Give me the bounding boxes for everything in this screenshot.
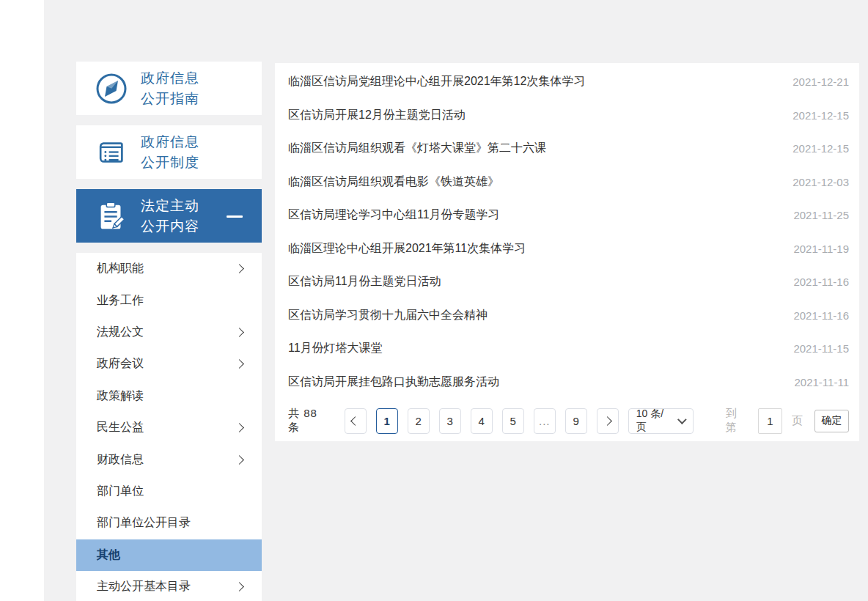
sidebar-card-label: 法定主动 公开内容 bbox=[141, 196, 199, 237]
menu-item-proactive-catalog[interactable]: 主动公开基本目录 bbox=[76, 571, 262, 601]
page-button-1[interactable]: 1 bbox=[376, 408, 398, 434]
collapse-minus-icon bbox=[227, 215, 243, 218]
chevron-right-icon bbox=[235, 359, 244, 369]
page-button-9[interactable]: 9 bbox=[565, 408, 587, 434]
article-row: 区信访局11月份主题党日活动 2021-11-16 bbox=[288, 265, 849, 299]
article-row: 临淄区理论中心组开展2021年第11次集体学习 2021-11-19 bbox=[288, 232, 849, 266]
menu-item-label: 主动公开基本目录 bbox=[97, 579, 191, 594]
goto-page-input[interactable] bbox=[758, 408, 782, 434]
sidebar-menu: 机构职能 业务工作 法规公文 政府会议 政策解读 民生公益 财政 bbox=[76, 253, 262, 601]
sidebar-card-open-guide[interactable]: 政府信息 公开指南 bbox=[76, 62, 262, 115]
chevron-left-icon bbox=[350, 416, 360, 426]
article-date: 2021-12-03 bbox=[792, 176, 849, 188]
page-size-select[interactable]: 10 条/页 bbox=[628, 408, 694, 434]
sidebar-card-label: 政府信息 公开制度 bbox=[141, 132, 199, 173]
article-link[interactable]: 11月份灯塔大课堂 bbox=[288, 341, 383, 356]
article-date: 2021-11-25 bbox=[793, 209, 849, 221]
total-count-label: 共 88 条 bbox=[288, 407, 332, 435]
pagination-bar: 共 88 条 1 2 3 4 5 ... 9 10 条/页 到第 页 确定 bbox=[288, 407, 849, 435]
article-date: 2021-11-15 bbox=[793, 342, 849, 355]
left-white-strip bbox=[0, 0, 44, 601]
article-date: 2021-12-15 bbox=[792, 142, 849, 155]
sidebar-card-open-rules[interactable]: 政府信息 公开制度 bbox=[76, 125, 262, 179]
goto-confirm-button[interactable]: 确定 bbox=[814, 410, 849, 432]
book-list-icon bbox=[94, 135, 129, 170]
chevron-right-icon bbox=[603, 416, 612, 426]
chevron-down-icon bbox=[677, 415, 687, 424]
menu-item-label: 部门单位 bbox=[97, 484, 144, 499]
menu-item-label: 机构职能 bbox=[97, 261, 144, 276]
article-link[interactable]: 临淄区信访局组织观看电影《铁道英雄》 bbox=[288, 174, 499, 190]
next-page-button[interactable] bbox=[597, 408, 619, 434]
article-date: 2021-11-19 bbox=[793, 243, 849, 255]
menu-item-label: 财政信息 bbox=[97, 452, 144, 468]
chevron-right-icon bbox=[235, 582, 244, 591]
page-button-5[interactable]: 5 bbox=[502, 408, 524, 434]
article-link[interactable]: 区信访局理论学习中心组11月份专题学习 bbox=[288, 207, 500, 223]
article-date: 2021-12-15 bbox=[792, 109, 849, 122]
article-list-panel: 临淄区信访局党组理论中心组开展2021年第12次集体学习 2021-12-21 … bbox=[275, 63, 859, 441]
article-row: 区信访局开展挂包路口执勤志愿服务活动 2021-11-11 bbox=[288, 366, 849, 399]
menu-item-department-catalog[interactable]: 部门单位公开目录 bbox=[76, 507, 262, 539]
chevron-right-icon bbox=[235, 423, 244, 432]
chevron-right-icon bbox=[235, 264, 244, 273]
article-row: 区信访局开展12月份主题党日活动 2021-12-15 bbox=[288, 99, 849, 133]
menu-item-policy-interpretation[interactable]: 政策解读 bbox=[76, 380, 262, 412]
article-link[interactable]: 临淄区理论中心组开展2021年第11次集体学习 bbox=[288, 241, 526, 257]
article-date: 2021-11-16 bbox=[793, 276, 849, 288]
menu-item-label: 其他 bbox=[97, 547, 120, 563]
article-link[interactable]: 临淄区信访局组织观看《灯塔大课堂》第二十六课 bbox=[288, 141, 546, 156]
prev-page-button[interactable] bbox=[345, 408, 367, 434]
article-date: 2021-12-21 bbox=[792, 75, 849, 88]
article-link[interactable]: 临淄区信访局党组理论中心组开展2021年第12次集体学习 bbox=[288, 74, 585, 89]
article-link[interactable]: 区信访局11月份主题党日活动 bbox=[288, 274, 441, 290]
article-row: 11月份灯塔大课堂 2021-11-15 bbox=[288, 332, 849, 366]
menu-item-fiscal-info[interactable]: 财政信息 bbox=[76, 443, 262, 475]
article-link[interactable]: 区信访局开展12月份主题党日活动 bbox=[288, 108, 466, 123]
clipboard-pencil-icon bbox=[94, 199, 129, 234]
article-date: 2021-11-16 bbox=[793, 309, 849, 322]
article-row: 区信访局学习贯彻十九届六中全会精神 2021-11-16 bbox=[288, 299, 849, 333]
menu-item-label: 政府会议 bbox=[97, 356, 144, 372]
menu-item-livelihood-welfare[interactable]: 民生公益 bbox=[76, 412, 262, 443]
menu-item-label: 法规公文 bbox=[97, 325, 144, 340]
article-link[interactable]: 区信访局学习贯彻十九届六中全会精神 bbox=[288, 308, 488, 323]
sidebar: 政府信息 公开指南 政府信息 公开制度 bbox=[76, 62, 262, 601]
article-list: 临淄区信访局党组理论中心组开展2021年第12次集体学习 2021-12-21 … bbox=[288, 65, 849, 399]
menu-item-label: 部门单位公开目录 bbox=[97, 515, 191, 531]
menu-item-government-meetings[interactable]: 政府会议 bbox=[76, 348, 262, 380]
page-button-2[interactable]: 2 bbox=[408, 408, 430, 434]
page-size-value: 10 条/页 bbox=[636, 408, 673, 434]
article-row: 临淄区信访局组织观看《灯塔大课堂》第二十六课 2021-12-15 bbox=[288, 132, 849, 166]
article-row: 区信访局理论学习中心组11月份专题学习 2021-11-25 bbox=[288, 199, 849, 232]
article-row: 临淄区信访局组织观看电影《铁道英雄》 2021-12-03 bbox=[288, 166, 849, 199]
sidebar-card-label: 政府信息 公开指南 bbox=[141, 68, 199, 109]
page-ellipsis-button[interactable]: ... bbox=[534, 408, 556, 434]
chevron-right-icon bbox=[235, 455, 244, 465]
goto-page-suffix-label: 页 bbox=[792, 414, 803, 428]
article-date: 2021-11-11 bbox=[794, 376, 849, 388]
menu-item-regulations[interactable]: 法规公文 bbox=[76, 317, 262, 348]
menu-item-departments[interactable]: 部门单位 bbox=[76, 476, 262, 507]
sidebar-card-statutory-disclosure[interactable]: 法定主动 公开内容 bbox=[76, 189, 262, 243]
menu-item-business-work[interactable]: 业务工作 bbox=[76, 284, 262, 316]
page-button-4[interactable]: 4 bbox=[471, 408, 493, 434]
chevron-right-icon bbox=[235, 328, 244, 337]
article-row: 临淄区信访局党组理论中心组开展2021年第12次集体学习 2021-12-21 bbox=[288, 65, 849, 99]
article-link[interactable]: 区信访局开展挂包路口执勤志愿服务活动 bbox=[288, 375, 499, 390]
menu-item-label: 民生公益 bbox=[97, 420, 144, 435]
menu-item-agency-functions[interactable]: 机构职能 bbox=[76, 253, 262, 284]
page-button-3[interactable]: 3 bbox=[439, 408, 461, 434]
menu-item-label: 政策解读 bbox=[97, 388, 144, 404]
compass-icon bbox=[94, 71, 129, 106]
goto-page-prefix-label: 到第 bbox=[726, 407, 749, 435]
menu-item-other[interactable]: 其他 bbox=[76, 539, 262, 571]
menu-item-label: 业务工作 bbox=[97, 293, 144, 309]
